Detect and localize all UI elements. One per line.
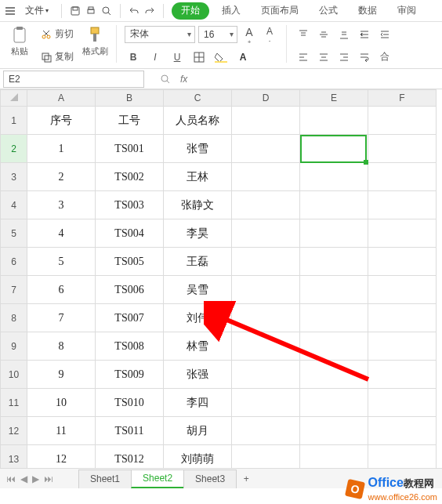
cell[interactable]: 吴雪 — [164, 276, 232, 304]
sheet-nav-first-icon[interactable]: ⏮ — [6, 473, 16, 484]
cell[interactable] — [300, 276, 368, 304]
cell[interactable]: 张静文 — [164, 191, 232, 219]
increase-font-icon[interactable]: A+ — [241, 26, 258, 43]
select-all-corner[interactable] — [1, 90, 27, 107]
row-header[interactable]: 11 — [1, 389, 27, 417]
row-header[interactable]: 9 — [1, 332, 27, 361]
cell[interactable] — [232, 219, 300, 248]
fill-color-icon[interactable] — [212, 49, 230, 66]
cell[interactable]: 张雪 — [164, 135, 232, 163]
align-center-icon[interactable] — [315, 49, 332, 66]
borders-icon[interactable] — [190, 49, 208, 66]
tab-review[interactable]: 审阅 — [389, 0, 424, 22]
wrap-text-icon[interactable] — [356, 49, 373, 66]
tab-data[interactable]: 数据 — [350, 0, 385, 22]
cell[interactable]: 3 — [27, 191, 96, 219]
preview-icon[interactable] — [101, 5, 112, 16]
cell[interactable] — [300, 163, 368, 191]
cell[interactable]: 王磊 — [164, 248, 232, 276]
cut-button[interactable]: 剪切 — [41, 27, 74, 41]
decrease-font-icon[interactable]: A- — [261, 26, 278, 43]
print-icon[interactable] — [85, 5, 96, 16]
row-header[interactable]: 10 — [1, 361, 27, 389]
menu-icon[interactable] — [5, 5, 16, 16]
font-size-select[interactable]: 16 — [198, 26, 237, 43]
cell[interactable]: 8 — [27, 332, 96, 361]
cell[interactable]: 刘伟 — [164, 304, 232, 332]
cell[interactable]: 李四 — [164, 389, 232, 417]
cell[interactable]: TS010 — [96, 389, 164, 417]
col-header-C[interactable]: C — [164, 90, 232, 107]
redo-icon[interactable] — [144, 5, 155, 16]
cell[interactable] — [300, 191, 368, 219]
cell[interactable]: 王林 — [164, 163, 232, 191]
cell[interactable] — [232, 107, 300, 135]
cell[interactable]: 人员名称 — [164, 107, 232, 135]
col-header-E[interactable]: E — [300, 90, 368, 107]
row-header[interactable]: 3 — [1, 163, 27, 191]
cell[interactable] — [300, 248, 368, 276]
merge-label[interactable]: 合 — [376, 49, 393, 66]
indent-decrease-icon[interactable] — [356, 26, 373, 43]
cell[interactable]: 10 — [27, 389, 96, 417]
cell[interactable] — [368, 219, 437, 248]
cell[interactable] — [368, 163, 437, 191]
cell[interactable]: 1 — [27, 135, 96, 163]
cell[interactable] — [232, 361, 300, 389]
sheet-nav-prev-icon[interactable]: ◀ — [20, 473, 27, 484]
col-header-F[interactable]: F — [368, 90, 437, 107]
cell[interactable] — [368, 107, 437, 135]
file-menu[interactable]: 文件 ▾ — [20, 2, 53, 20]
cell[interactable] — [368, 135, 437, 163]
cell[interactable]: TS009 — [96, 361, 164, 389]
row-header[interactable]: 2 — [1, 135, 27, 163]
cell[interactable]: TS002 — [96, 163, 164, 191]
cell[interactable]: 林雪 — [164, 332, 232, 361]
tab-home[interactable]: 开始 — [172, 2, 209, 20]
sheet-tab-3[interactable]: Sheet3 — [183, 470, 237, 488]
col-header-A[interactable]: A — [27, 90, 96, 107]
cell[interactable] — [300, 304, 368, 332]
cell[interactable]: 张强 — [164, 361, 232, 389]
sheet-nav-next-icon[interactable]: ▶ — [32, 473, 39, 484]
cell[interactable]: 序号 — [27, 107, 96, 135]
indent-increase-icon[interactable] — [376, 26, 393, 43]
cell[interactable]: 6 — [27, 276, 96, 304]
col-header-B[interactable]: B — [96, 90, 164, 107]
bold-icon[interactable]: B — [125, 49, 142, 66]
cell[interactable]: 李昊 — [164, 219, 232, 248]
cell[interactable] — [300, 219, 368, 248]
cell[interactable]: 胡月 — [164, 417, 232, 445]
cell[interactable]: 5 — [27, 248, 96, 276]
cell[interactable] — [300, 332, 368, 361]
cell[interactable]: 9 — [27, 361, 96, 389]
row-header[interactable]: 4 — [1, 191, 27, 219]
cell[interactable] — [368, 304, 437, 332]
cell[interactable] — [368, 191, 437, 219]
cell[interactable] — [300, 361, 368, 389]
underline-icon[interactable]: U — [168, 49, 186, 66]
fx-label[interactable]: fx — [180, 74, 187, 85]
name-box[interactable]: E2 — [3, 71, 144, 88]
cell[interactable] — [232, 304, 300, 332]
cell[interactable] — [368, 332, 437, 361]
cell[interactable] — [300, 389, 368, 417]
sheet-nav-last-icon[interactable]: ⏭ — [44, 473, 53, 484]
add-sheet-button[interactable]: + — [236, 473, 256, 484]
format-painter-button[interactable]: 格式刷 — [82, 25, 108, 57]
cell[interactable] — [232, 163, 300, 191]
cell[interactable]: TS011 — [96, 417, 164, 445]
row-header[interactable]: 8 — [1, 304, 27, 332]
cell[interactable]: TS008 — [96, 332, 164, 361]
tab-formula[interactable]: 公式 — [311, 0, 346, 22]
col-header-D[interactable]: D — [232, 90, 300, 107]
cell[interactable] — [300, 417, 368, 445]
row-header[interactable]: 6 — [1, 248, 27, 276]
cell[interactable] — [368, 276, 437, 304]
cell[interactable]: 7 — [27, 304, 96, 332]
align-bottom-icon[interactable] — [335, 26, 353, 43]
cell[interactable] — [232, 276, 300, 304]
cell[interactable] — [368, 417, 437, 445]
row-header[interactable]: 1 — [1, 107, 27, 135]
cell[interactable]: TS006 — [96, 276, 164, 304]
